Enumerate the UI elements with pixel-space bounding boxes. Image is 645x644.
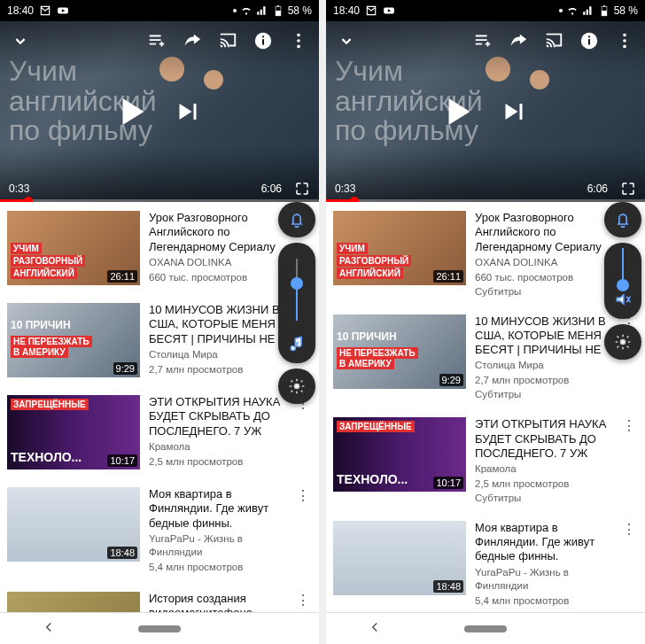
item-menu-button[interactable]: ⋮ [622, 521, 634, 608]
item-menu-button[interactable]: ⋮ [296, 395, 308, 469]
video-thumbnail[interactable]: 18:48 [333, 521, 466, 595]
nav-home-pill[interactable] [464, 625, 507, 632]
video-views: 5,4 млн просмотров [149, 561, 282, 574]
cast-button[interactable] [218, 31, 237, 50]
video-thumbnail[interactable]: УЧИМРАЗГОВОРНЫЙАНГЛИЙСКИЙ26:11 [333, 211, 466, 285]
video-title: ЭТИ ОТКРЫТИЯ НАУКА БУДЕТ СКРЫВАТЬ ДО ПОС… [149, 395, 282, 438]
next-button[interactable] [180, 104, 197, 120]
video-info: 10 МИНУСОВ ЖИЗНИ В США, КОТОРЫЕ МЕНЯ БЕС… [475, 314, 613, 400]
share-button[interactable] [183, 31, 202, 50]
list-item[interactable]: ЗАПРЕЩЁННЫЕТЕХНОЛО...10:17ЭТИ ОТКРЫТИЯ Н… [326, 408, 645, 512]
svg-rect-16 [588, 39, 590, 44]
cast-button[interactable] [544, 31, 563, 50]
volume-panel [604, 202, 641, 360]
video-channel: YuraPaPu - Жизнь в Финляндии [475, 566, 608, 593]
add-to-queue-button[interactable] [147, 31, 167, 50]
fullscreen-button[interactable] [294, 181, 310, 197]
video-title: ЭТИ ОТКРЫТИЯ НАУКА БУДЕТ СКРЫВАТЬ ДО ПОС… [475, 417, 608, 461]
list-item[interactable]: 18:48Моя квартира в Финляндии. Где живут… [326, 512, 645, 612]
android-navbar [0, 612, 319, 644]
video-info: ЭТИ ОТКРЫТИЯ НАУКА БУДЕТ СКРЫВАТЬ ДО ПОС… [475, 417, 613, 503]
video-channel: Крамола [475, 462, 608, 476]
list-item[interactable]: ЗАПРЕЩЁННЫЕТЕХНОЛО...10:17ЭТИ ОТКРЫТИЯ Н… [0, 386, 319, 478]
video-info: История создания видеомагнитофонаВладими… [149, 592, 287, 612]
volume-slider[interactable] [296, 259, 298, 321]
next-button[interactable] [506, 104, 523, 120]
list-item[interactable]: УЧИМРАЗГОВОРНЫЙАНГЛИЙСКИЙ26:11Урок Разго… [326, 202, 645, 306]
item-menu-button[interactable]: ⋮ [622, 417, 634, 503]
play-button[interactable] [449, 98, 470, 125]
video-duration: 18:48 [107, 547, 137, 559]
volume-panel [278, 202, 315, 404]
collapse-button[interactable] [11, 31, 30, 50]
info-button[interactable] [579, 31, 599, 50]
svg-rect-2 [276, 11, 281, 16]
android-navbar [326, 612, 645, 644]
phone-right: 18:40 58 % Учим английский по фильму [326, 0, 645, 644]
video-title: Урок Разговорного Английского по Легенда… [475, 211, 608, 254]
svg-rect-5 [262, 39, 264, 44]
video-info: ЭТИ ОТКРЫТИЯ НАУКА БУДЕТ СКРЫВАТЬ ДО ПОС… [149, 395, 287, 469]
video-info: Моя квартира в Финляндии. Где живут бедн… [149, 487, 287, 574]
video-thumbnail[interactable]: 10 ПРИЧИННЕ ПЕРЕЕЗЖАТЬВ АМЕРИКУ9:29 [7, 303, 140, 377]
video-player[interactable]: Учим английский по фильму 0:33 6:06 [0, 21, 319, 202]
svg-point-21 [621, 340, 626, 345]
status-bar: 18:40 58 % [326, 0, 645, 21]
current-time: 0:33 [9, 182, 29, 195]
video-title: Моя квартира в Финляндии. Где живут бедн… [149, 487, 282, 531]
video-duration: 10:17 [433, 477, 463, 489]
video-views: 5,4 млн просмотров [475, 594, 608, 608]
list-item[interactable]: 12:09История создания видеомагнитофонаВл… [0, 583, 319, 612]
bell-icon [288, 211, 306, 229]
add-to-queue-button[interactable] [473, 31, 493, 50]
video-thumbnail[interactable]: 18:48 [7, 487, 140, 562]
item-menu-button[interactable]: ⋮ [296, 592, 308, 612]
share-button[interactable] [509, 31, 528, 50]
video-duration: 10:17 [107, 454, 137, 467]
video-info: Моя квартира в Финляндии. Где живут бедн… [475, 521, 613, 608]
play-button[interactable] [123, 98, 144, 125]
list-item[interactable]: 10 ПРИЧИННЕ ПЕРЕЕЗЖАТЬВ АМЕРИКУ9:2910 МИ… [326, 306, 645, 409]
item-menu-button[interactable]: ⋮ [296, 487, 308, 574]
music-note-icon[interactable] [288, 335, 306, 353]
video-title: 10 МИНУСОВ ЖИЗНИ В США, КОТОРЫЕ МЕНЯ БЕС… [475, 314, 608, 358]
youtube-icon [383, 4, 395, 17]
list-item[interactable]: 10 ПРИЧИННЕ ПЕРЕЕЗЖАТЬВ АМЕРИКУ9:2910 МИ… [0, 294, 319, 386]
list-item[interactable]: УЧИМРАЗГОВОРНЫЙАНГЛИЙСКИЙ26:11Урок Разго… [0, 202, 319, 294]
nav-home-pill[interactable] [138, 625, 181, 632]
mute-icon[interactable] [614, 291, 632, 308]
svg-point-18 [623, 34, 626, 37]
info-button[interactable] [253, 31, 273, 50]
video-list: УЧИМРАЗГОВОРНЫЙАНГЛИЙСКИЙ26:11Урок Разго… [0, 202, 319, 612]
volume-slider-pill[interactable] [604, 243, 641, 319]
video-channel: Столица Мира [149, 348, 282, 361]
bell-pill[interactable] [278, 202, 315, 237]
video-thumbnail[interactable]: 12:09 [7, 592, 140, 612]
video-thumbnail[interactable]: ЗАПРЕЩЁННЫЕТЕХНОЛО...10:17 [7, 395, 140, 469]
video-thumbnail[interactable]: 10 ПРИЧИННЕ ПЕРЕЕЗЖАТЬВ АМЕРИКУ9:29 [333, 314, 466, 389]
total-time: 6:06 [261, 182, 282, 195]
video-views: 2,7 млн просмотров [149, 363, 282, 376]
battery-icon [598, 4, 610, 17]
video-player[interactable]: Учим английский по фильму 0:33 6:06 [326, 21, 645, 202]
bell-pill[interactable] [604, 202, 641, 237]
nav-back[interactable] [41, 619, 57, 638]
settings-pill[interactable] [278, 369, 315, 404]
svg-rect-6 [262, 36, 264, 38]
volume-slider-pill[interactable] [278, 243, 315, 363]
settings-pill[interactable] [604, 324, 641, 360]
more-button[interactable] [615, 31, 634, 50]
video-thumbnail[interactable]: УЧИМРАЗГОВОРНЫЙАНГЛИЙСКИЙ26:11 [7, 211, 140, 285]
volume-slider[interactable] [622, 248, 624, 285]
list-item[interactable]: 18:48Моя квартира в Финляндии. Где живут… [0, 478, 319, 583]
video-duration: 26:11 [107, 270, 137, 283]
video-views: 2,7 млн просмотров [475, 374, 608, 387]
fullscreen-button[interactable] [620, 181, 636, 197]
collapse-button[interactable] [337, 31, 356, 50]
more-button[interactable] [289, 31, 308, 50]
video-title: Урок Разговорного Английского по Легенда… [149, 211, 282, 254]
video-views: 2,5 млн просмотров [475, 477, 608, 491]
video-thumbnail[interactable]: ЗАПРЕЩЁННЫЕТЕХНОЛО...10:17 [333, 417, 466, 492]
nav-back[interactable] [367, 619, 383, 638]
video-views: 660 тыс. просмотров [149, 271, 282, 284]
